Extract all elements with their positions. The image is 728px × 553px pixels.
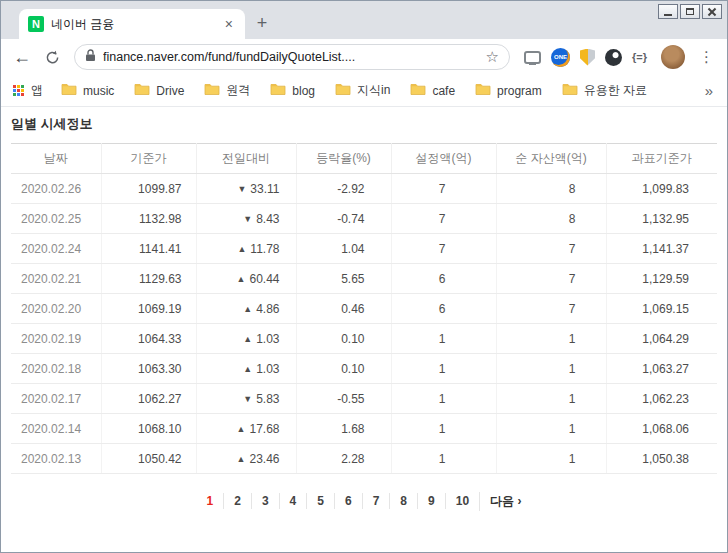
window-controls bbox=[658, 4, 722, 19]
bookmark-item-4[interactable]: blog bbox=[270, 82, 315, 99]
setup-amount-cell: 1 bbox=[391, 354, 496, 384]
url-text[interactable]: finance.naver.com/fund/fundDailyQuoteLis… bbox=[103, 50, 479, 64]
up-arrow-icon: ▲ bbox=[243, 334, 252, 344]
apps-grid-icon bbox=[13, 85, 24, 96]
bookmark-item-3[interactable]: 원격 bbox=[204, 82, 250, 99]
price-cell: 1099.87 bbox=[101, 174, 196, 204]
setup-amount-cell: 6 bbox=[391, 264, 496, 294]
menu-icon[interactable]: ⋮ bbox=[694, 48, 719, 66]
page-link-10[interactable]: 10 bbox=[445, 493, 479, 509]
setup-amount-cell: 1 bbox=[391, 324, 496, 354]
daily-quote-table: 날짜기준가전일대비등락율(%)설정액(억)순 자산액(억)과표기준가 2020.… bbox=[11, 143, 717, 474]
bookmarks-overflow-icon[interactable]: » bbox=[703, 82, 715, 99]
bookmark-item-6[interactable]: cafe bbox=[410, 82, 455, 99]
minimize-icon bbox=[664, 14, 672, 16]
setup-amount-cell: 6 bbox=[391, 294, 496, 324]
date-cell: 2020.02.17 bbox=[11, 384, 101, 414]
page-link-6[interactable]: 6 bbox=[334, 493, 362, 509]
page-link-2[interactable]: 2 bbox=[223, 493, 251, 509]
tax-base-cell: 1,132.95 bbox=[606, 204, 717, 234]
shield-extension-icon[interactable] bbox=[580, 49, 595, 66]
profile-avatar[interactable] bbox=[661, 45, 685, 69]
new-tab-button[interactable]: + bbox=[249, 10, 275, 36]
minimize-button[interactable] bbox=[658, 4, 678, 19]
change-cell: ▲1.03 bbox=[196, 324, 296, 354]
bookmark-label: 유용한 자료 bbox=[584, 82, 647, 99]
tax-base-cell: 1,068.06 bbox=[606, 414, 717, 444]
change-cell: ▲11.78 bbox=[196, 234, 296, 264]
tab-close-icon[interactable]: × bbox=[222, 16, 236, 32]
date-cell: 2020.02.20 bbox=[11, 294, 101, 324]
table-row: 2020.02.141068.10▲17.681.68111,068.06 bbox=[11, 414, 717, 444]
maximize-icon bbox=[686, 8, 694, 15]
bookmark-label: program bbox=[497, 84, 542, 98]
up-arrow-icon: ▲ bbox=[237, 424, 246, 434]
page-content: 일별 시세정보 날짜기준가전일대비등락율(%)설정액(억)순 자산액(억)과표기… bbox=[1, 107, 727, 552]
tax-base-cell: 1,069.15 bbox=[606, 294, 717, 324]
page-link-4[interactable]: 4 bbox=[279, 493, 307, 509]
page-title: 일별 시세정보 bbox=[11, 115, 717, 133]
table-header-row: 날짜기준가전일대비등락율(%)설정액(억)순 자산액(억)과표기준가 bbox=[11, 144, 717, 174]
braces-extension-icon[interactable]: {=} bbox=[632, 51, 647, 63]
folder-icon bbox=[270, 82, 286, 99]
bookmark-item-2[interactable]: Drive bbox=[134, 82, 184, 99]
bookmark-item-7[interactable]: program bbox=[475, 82, 542, 99]
folder-icon bbox=[335, 82, 351, 99]
page-link-3[interactable]: 3 bbox=[251, 493, 279, 509]
apps-label: 앱 bbox=[31, 82, 43, 99]
table-row: 2020.02.261099.87▼33.11-2.92781,099.83 bbox=[11, 174, 717, 204]
column-header: 설정액(억) bbox=[391, 144, 496, 174]
up-arrow-icon: ▲ bbox=[237, 454, 246, 464]
bookmark-item-8[interactable]: 유용한 자료 bbox=[562, 82, 647, 99]
column-header: 기준가 bbox=[101, 144, 196, 174]
tax-base-cell: 1,062.23 bbox=[606, 384, 717, 414]
reload-icon[interactable] bbox=[39, 50, 65, 65]
price-cell: 1069.19 bbox=[101, 294, 196, 324]
setup-amount-cell: 1 bbox=[391, 414, 496, 444]
net-asset-cell: 8 bbox=[496, 174, 606, 204]
bookmark-item-1[interactable]: music bbox=[61, 82, 114, 99]
bookmarks-bar: 앱 musicDrive원격blog지식incafeprogram유용한 자료 … bbox=[1, 75, 727, 107]
dark-circle-extension-icon[interactable] bbox=[605, 49, 622, 66]
rate-cell: 0.46 bbox=[296, 294, 391, 324]
folder-icon bbox=[61, 82, 77, 99]
apps-button[interactable]: 앱 bbox=[13, 82, 43, 99]
close-button[interactable] bbox=[702, 4, 722, 19]
price-cell: 1050.42 bbox=[101, 444, 196, 474]
down-arrow-icon: ▼ bbox=[243, 394, 252, 404]
tax-base-cell: 1,099.83 bbox=[606, 174, 717, 204]
bookmark-label: music bbox=[83, 84, 114, 98]
page-link-8[interactable]: 8 bbox=[389, 493, 417, 509]
bookmark-item-5[interactable]: 지식in bbox=[335, 82, 390, 99]
maximize-button[interactable] bbox=[680, 4, 700, 19]
setup-amount-cell: 7 bbox=[391, 174, 496, 204]
folder-icon bbox=[410, 82, 426, 99]
change-cell: ▲4.86 bbox=[196, 294, 296, 324]
table-row: 2020.02.211129.63▲60.445.65671,129.59 bbox=[11, 264, 717, 294]
page-link-1[interactable]: 1 bbox=[197, 493, 224, 509]
back-icon[interactable]: ← bbox=[9, 48, 35, 66]
rate-cell: -0.55 bbox=[296, 384, 391, 414]
rate-cell: 2.28 bbox=[296, 444, 391, 474]
page-link-7[interactable]: 7 bbox=[362, 493, 390, 509]
next-page-link[interactable]: 다음 › bbox=[479, 492, 531, 511]
bookmark-label: 지식in bbox=[357, 82, 390, 99]
bookmark-label: 원격 bbox=[226, 82, 250, 99]
tab-title: 네이버 금융 bbox=[51, 16, 215, 33]
price-cell: 1068.10 bbox=[101, 414, 196, 444]
change-cell: ▼5.83 bbox=[196, 384, 296, 414]
change-cell: ▲23.46 bbox=[196, 444, 296, 474]
folder-icon bbox=[475, 82, 491, 99]
page-link-9[interactable]: 9 bbox=[417, 493, 445, 509]
date-cell: 2020.02.19 bbox=[11, 324, 101, 354]
cast-extension-icon[interactable] bbox=[524, 51, 541, 64]
browser-tab[interactable]: N 네이버 금융 × bbox=[19, 9, 245, 39]
change-cell: ▼33.11 bbox=[196, 174, 296, 204]
rate-cell: -2.92 bbox=[296, 174, 391, 204]
lock-icon bbox=[85, 48, 96, 66]
net-asset-cell: 7 bbox=[496, 264, 606, 294]
bookmark-star-icon[interactable]: ☆ bbox=[486, 48, 499, 66]
one-extension-icon[interactable]: ONE bbox=[551, 48, 570, 67]
address-bar[interactable]: finance.naver.com/fund/fundDailyQuoteLis… bbox=[74, 44, 510, 70]
page-link-5[interactable]: 5 bbox=[306, 493, 334, 509]
